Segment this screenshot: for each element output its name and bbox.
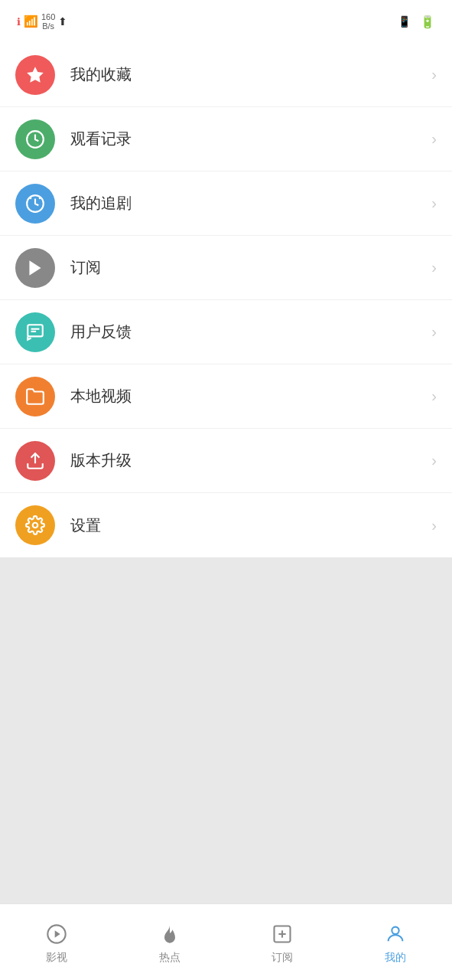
battery-icon: 🔋 [420,15,435,29]
svg-point-14 [392,926,398,933]
menu-list: 我的收藏 › 观看记录 › 我的追剧 › 订阅 › 用户反馈 › [0,43,452,557]
main-content: 我的收藏 › 观看记录 › 我的追剧 › 订阅 › 用户反馈 › [0,43,452,903]
nav-icon-hot [156,920,184,948]
nav-label-mine: 我的 [385,951,406,965]
menu-label-update: 版本升级 [70,450,431,471]
menu-label-history: 观看记录 [70,129,431,149]
nav-item-mine[interactable]: 我的 [339,920,452,965]
svg-point-8 [33,523,38,528]
menu-icon-history [15,119,55,159]
menu-icon-feedback [15,312,55,352]
menu-item-local-video[interactable]: 本地视频 › [0,364,452,429]
menu-item-feedback[interactable]: 用户反馈 › [0,300,452,364]
nav-item-hot[interactable]: 热点 [113,920,226,965]
nav-icon-videos [43,920,70,948]
chevron-icon-feedback: › [431,323,437,341]
chevron-icon-subscription: › [431,259,437,276]
svg-rect-4 [28,325,43,336]
gray-area [0,557,452,903]
wifi-icon: 📶 [24,15,38,28]
chevron-icon-local-video: › [431,387,437,405]
nav-label-hot: 热点 [159,951,180,965]
nav-label-subscribe: 订阅 [272,951,293,965]
menu-label-following: 我的追剧 [70,193,431,214]
menu-icon-subscription [15,248,55,288]
menu-icon-settings [15,505,55,545]
chevron-icon-settings: › [431,517,437,534]
nav-item-videos[interactable]: 影视 [0,920,113,965]
menu-item-update[interactable]: 版本升级 › [0,429,452,493]
chevron-icon-history: › [431,130,437,148]
menu-item-history[interactable]: 观看记录 › [0,107,452,172]
menu-label-subscription: 订阅 [70,257,431,278]
menu-label-feedback: 用户反馈 [70,322,431,342]
chevron-icon-favorites: › [431,66,437,83]
nav-label-videos: 影视 [46,951,67,965]
menu-item-favorites[interactable]: 我的收藏 › [0,43,452,107]
menu-label-favorites: 我的收藏 [70,64,431,85]
chevron-icon-update: › [431,452,437,469]
bottom-nav: 影视 热点 订阅 我的 [0,903,452,980]
menu-label-settings: 设置 [70,515,431,536]
chevron-icon-following: › [431,194,437,212]
menu-item-following[interactable]: 我的追剧 › [0,172,452,236]
menu-icon-update [15,441,55,481]
phone-icon: 📱 [398,15,411,28]
upload-icon: ⬆ [58,15,67,28]
svg-marker-10 [55,930,60,937]
svg-marker-3 [29,260,41,276]
menu-icon-favorites [15,55,55,95]
nav-icon-mine [382,920,409,948]
nav-icon-subscribe [268,920,296,948]
menu-item-subscription[interactable]: 订阅 › [0,236,452,300]
menu-icon-following [15,184,55,224]
nav-item-subscribe[interactable]: 订阅 [226,920,340,965]
status-bar: ℹ 📶 160 B/s ⬆ 📱 🔋 [0,0,452,43]
menu-icon-local-video [15,377,55,416]
alert-icon: ℹ [17,16,21,28]
svg-marker-0 [27,67,44,83]
menu-label-local-video: 本地视频 [70,386,431,407]
menu-item-settings[interactable]: 设置 › [0,493,452,557]
